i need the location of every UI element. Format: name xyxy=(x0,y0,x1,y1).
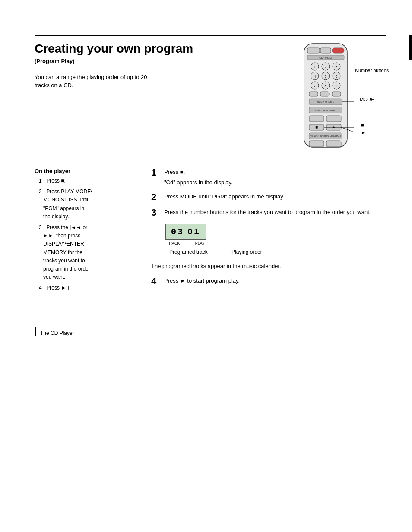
order-display: 01 xyxy=(187,227,200,237)
on-player-step-4: 4 Press ►II. xyxy=(39,284,138,292)
svg-rect-1 xyxy=(307,48,320,53)
on-player-header: On the player xyxy=(35,168,138,174)
step-1-content: Press ■. "Cd" appears in the display. xyxy=(164,168,386,186)
svg-rect-24 xyxy=(309,92,318,96)
svg-text:2: 2 xyxy=(324,65,326,69)
svg-text:FUNCTION TIME -: FUNCTION TIME - xyxy=(315,109,337,112)
instructions-section: On the player 1 Press ■. 2 Press PLAY MO… xyxy=(35,168,386,292)
svg-text:3: 3 xyxy=(335,65,337,69)
svg-text:TRACK  SOUND  MEM BAF: TRACK SOUND MEM BAF xyxy=(310,135,342,138)
playing-order-label: Playing order xyxy=(231,249,262,255)
svg-rect-3 xyxy=(332,48,344,53)
on-player-steps: 1 Press ■. 2 Press PLAY MODE• MONO/ST IS… xyxy=(35,177,138,292)
main-step-1: 1 Press ■. "Cd" appears in the display. xyxy=(151,168,386,186)
on-player-step-1: 1 Press ■. xyxy=(39,177,138,185)
step-4-number: 4 xyxy=(151,277,160,286)
svg-rect-26 xyxy=(332,92,341,96)
svg-text:1: 1 xyxy=(314,65,316,69)
step-2-number: 2 xyxy=(151,192,160,202)
intro-text: You can arrange the playing order of up … xyxy=(35,73,155,90)
step-1-number: 1 xyxy=(151,168,160,186)
after-display-text: The programed tracks appear in the music… xyxy=(151,262,386,271)
step-1-detail: "Cd" appears in the display. xyxy=(164,178,386,187)
title-text-block: Creating your own program (Program Play)… xyxy=(35,41,274,90)
svg-text:6: 6 xyxy=(335,74,337,79)
display-box-wrapper: 03 01 TRACK PLAY xyxy=(165,224,206,246)
main-step-4: 4 Press ► to start program play. xyxy=(151,277,386,286)
on-player-step-3: 3 Press the |◄◄ or ►►| then press DISPLA… xyxy=(39,224,138,281)
play-label: — ► xyxy=(355,130,366,135)
step-3-number: 3 xyxy=(151,208,160,217)
svg-text:CD/RADIO: CD/RADIO xyxy=(319,57,332,59)
svg-rect-25 xyxy=(320,92,329,96)
svg-text:BAND  TUNE  +: BAND TUNE + xyxy=(317,101,334,104)
title-section: Creating your own program (Program Play)… xyxy=(35,35,386,155)
svg-rect-32 xyxy=(326,116,341,122)
on-player-step-2: 2 Press PLAY MODE• MONO/ST ISS until "PG… xyxy=(39,188,138,221)
svg-text:7: 7 xyxy=(314,84,316,88)
svg-rect-40 xyxy=(326,141,341,147)
track-display: 03 xyxy=(171,227,184,237)
svg-text:4: 4 xyxy=(314,74,316,79)
main-step-3: 3 Press the number buttons for the track… xyxy=(151,208,386,217)
svg-text:■: ■ xyxy=(315,125,318,129)
display-labels: Programed track — Playing order xyxy=(169,249,262,255)
svg-text:9: 9 xyxy=(335,84,337,88)
remote-illustration: CD/RADIO 1 2 3 4 5 6 xyxy=(291,41,386,155)
main-step-2: 2 Press MODE until "PGM" appears in the … xyxy=(151,192,386,202)
step-3-content: Press the number buttons for the tracks … xyxy=(164,208,386,217)
display-illustration: 03 01 TRACK PLAY Programed track — Pl xyxy=(165,224,386,255)
number-buttons-label: Number buttons xyxy=(355,67,389,73)
svg-rect-2 xyxy=(320,48,331,53)
svg-text:5: 5 xyxy=(324,74,326,79)
svg-text:8: 8 xyxy=(324,84,326,88)
play-sub-label: PLAY xyxy=(195,241,205,246)
svg-rect-31 xyxy=(309,116,324,122)
display-sub-labels: TRACK PLAY xyxy=(165,241,206,246)
stop-label: — ■ xyxy=(355,123,364,128)
display-box: 03 01 xyxy=(165,224,206,240)
programed-track-label: Programed track — xyxy=(169,249,214,255)
footer-text: The CD Player xyxy=(40,330,74,336)
step-2-content: Press MODE until "PGM" appears in the di… xyxy=(164,192,386,202)
svg-rect-39 xyxy=(309,141,324,147)
step-4-content: Press ► to start program play. xyxy=(164,277,386,286)
page-subtitle: (Program Play) xyxy=(35,58,274,64)
footer: The CD Player xyxy=(35,327,386,336)
remote-svg: CD/RADIO 1 2 3 4 5 6 xyxy=(291,41,360,154)
mode-label: —MODE xyxy=(355,97,374,102)
on-player-section: On the player 1 Press ■. 2 Press PLAY MO… xyxy=(35,168,138,292)
track-sub-label: TRACK xyxy=(167,241,180,246)
main-steps-section: 1 Press ■. "Cd" appears in the display. … xyxy=(151,168,386,292)
page-title: Creating your own program xyxy=(35,41,274,56)
